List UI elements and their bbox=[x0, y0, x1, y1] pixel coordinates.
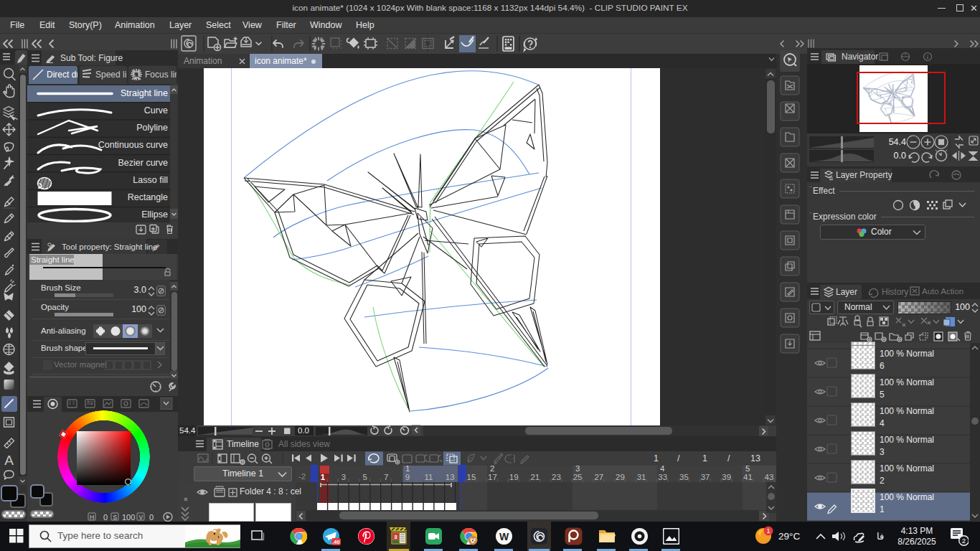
svg-text:3: 3 bbox=[394, 534, 397, 540]
svg-text:3: 3 bbox=[575, 464, 580, 473]
svg-text:21: 21 bbox=[530, 473, 540, 481]
svg-text:5: 5 bbox=[362, 473, 367, 481]
svg-text:17: 17 bbox=[488, 473, 497, 481]
svg-text:-2: -2 bbox=[298, 472, 306, 481]
svg-text:9: 9 bbox=[405, 473, 410, 481]
svg-text:39: 39 bbox=[722, 473, 731, 481]
svg-text:/: / bbox=[727, 453, 730, 463]
svg-text:2: 2 bbox=[962, 537, 966, 545]
svg-text:7: 7 bbox=[384, 473, 388, 481]
svg-text:1: 1 bbox=[766, 527, 770, 534]
svg-text:1: 1 bbox=[654, 453, 659, 463]
svg-text:25: 25 bbox=[573, 473, 583, 481]
svg-text:W: W bbox=[499, 531, 509, 542]
svg-text:0: 0 bbox=[149, 513, 154, 522]
svg-text:4: 4 bbox=[660, 464, 665, 473]
svg-text:/: / bbox=[677, 453, 680, 463]
svg-text:3: 3 bbox=[341, 473, 346, 481]
svg-text:43: 43 bbox=[765, 473, 774, 481]
svg-text:.40: .40 bbox=[332, 539, 339, 545]
svg-text:A: A bbox=[4, 453, 14, 468]
svg-text:35: 35 bbox=[679, 473, 689, 481]
svg-text:11: 11 bbox=[425, 473, 433, 481]
svg-text:19: 19 bbox=[509, 473, 519, 481]
svg-text:37: 37 bbox=[701, 473, 710, 481]
svg-text:15: 15 bbox=[467, 473, 476, 481]
svg-text:41: 41 bbox=[743, 473, 753, 481]
svg-text:H: H bbox=[90, 514, 94, 521]
svg-text:33: 33 bbox=[658, 473, 667, 481]
svg-text:5: 5 bbox=[745, 464, 750, 473]
svg-text:1: 1 bbox=[702, 453, 707, 463]
svg-text:V: V bbox=[139, 514, 143, 521]
svg-text:S: S bbox=[113, 514, 118, 521]
svg-text:31: 31 bbox=[637, 473, 646, 481]
svg-text:0: 0 bbox=[103, 513, 108, 522]
svg-text:2: 2 bbox=[490, 464, 494, 473]
svg-text:100: 100 bbox=[122, 513, 135, 522]
svg-text:1: 1 bbox=[405, 464, 410, 473]
svg-text:29: 29 bbox=[616, 473, 625, 481]
svg-text:1: 1 bbox=[321, 473, 326, 481]
svg-text:13: 13 bbox=[446, 473, 455, 481]
svg-text:23: 23 bbox=[552, 473, 561, 481]
svg-text:13: 13 bbox=[750, 453, 760, 463]
svg-text:27: 27 bbox=[594, 473, 603, 481]
